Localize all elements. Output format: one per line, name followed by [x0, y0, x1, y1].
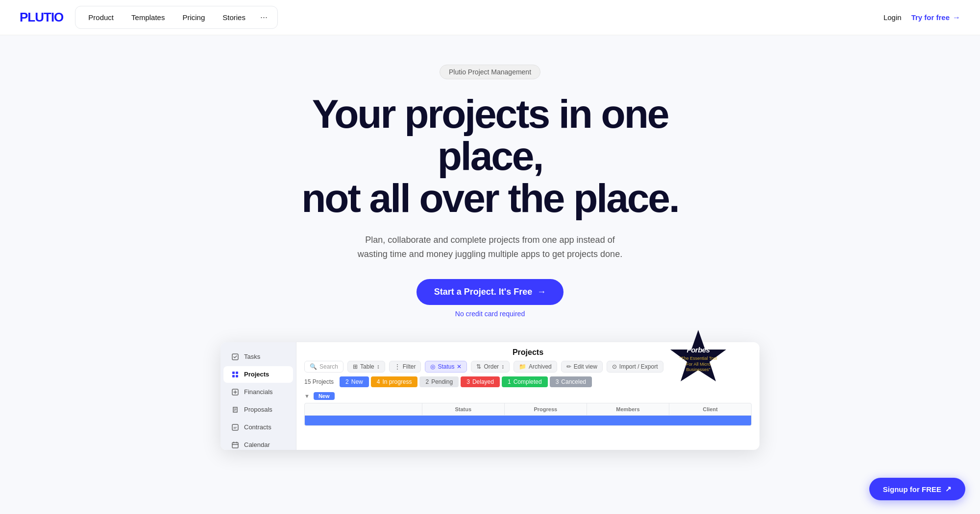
sidebar: Tasks Projects Financials — [220, 342, 296, 450]
search-input[interactable]: 🔍 Search — [304, 361, 343, 373]
svg-rect-2 — [232, 372, 235, 374]
app-preview: Forbes "The Essential Tool For All Micro… — [220, 342, 760, 450]
pill-delayed[interactable]: 3 Delayed — [461, 376, 500, 387]
sidebar-item-financials[interactable]: Financials — [223, 384, 293, 400]
financials-icon — [231, 388, 239, 396]
sidebar-item-contracts[interactable]: Contracts — [223, 419, 293, 436]
th-status: Status — [422, 403, 504, 415]
calendar-icon — [231, 441, 239, 449]
cta-note: No credit card required — [455, 310, 525, 318]
import-icon: ⊙ — [612, 363, 617, 370]
svg-rect-3 — [236, 372, 238, 374]
table-row-task — [305, 416, 751, 425]
login-button[interactable]: Login — [883, 13, 902, 22]
nav-more[interactable]: ··· — [255, 9, 272, 25]
signup-button[interactable]: Signup for FREE ↗ — [869, 478, 965, 500]
sidebar-item-calendar[interactable]: Calendar — [223, 437, 293, 450]
navbar-right: Login Try for free → — [883, 13, 960, 22]
search-icon: 🔍 — [310, 363, 317, 370]
sidebar-item-tasks[interactable]: Tasks — [223, 349, 293, 365]
forbes-quote: "The Essential Tool For All Micro Busine… — [676, 356, 720, 373]
status-icon: ◎ — [430, 363, 435, 370]
order-button[interactable]: ⇅ Order ↕ — [471, 361, 510, 373]
table-icon: ⊞ — [353, 363, 358, 370]
th-members: Members — [587, 403, 669, 415]
sidebar-tasks-label: Tasks — [244, 353, 260, 360]
th-client: Client — [669, 403, 751, 415]
pill-new[interactable]: 2 New — [340, 376, 369, 387]
sidebar-contracts-label: Contracts — [244, 423, 271, 431]
nav-templates[interactable]: Templates — [123, 10, 172, 24]
nav-product[interactable]: Product — [80, 10, 122, 24]
th-task — [305, 403, 422, 415]
sidebar-projects-label: Projects — [244, 371, 269, 378]
hero-subtitle: Plan, collaborate and complete projects … — [353, 233, 627, 261]
hero-section: Plutio Project Management Your projects … — [0, 35, 980, 465]
table-button[interactable]: ⊞ Table ↕ — [347, 361, 385, 373]
cta-wrap: Start a Project. It's Free → No credit c… — [10, 279, 970, 318]
logo-text: PLUTIO — [20, 10, 63, 24]
sidebar-calendar-label: Calendar — [244, 441, 270, 448]
logo[interactable]: PLUTIO — [20, 10, 63, 25]
close-icon: ✕ — [457, 363, 462, 370]
archived-icon: 📁 — [519, 363, 526, 370]
navbar-left: PLUTIO Product Templates Pricing Stories… — [20, 6, 278, 29]
new-section: ▼ New — [304, 392, 752, 400]
table-row[interactable] — [304, 416, 752, 426]
hero-title: Your projects in one place, not all over… — [255, 93, 725, 219]
status-pills: 2 New 4 In progress 2 Pending 3 — [340, 376, 592, 387]
table-area: ▼ New Status Progress Members Client — [296, 390, 760, 428]
chevron-down-icon[interactable]: ▼ — [304, 393, 310, 399]
cta-button[interactable]: Start a Project. It's Free → — [416, 279, 564, 305]
forbes-name: Forbes — [686, 346, 710, 354]
nav-pricing[interactable]: Pricing — [174, 10, 213, 24]
th-progress: Progress — [504, 403, 587, 415]
sidebar-item-proposals[interactable]: Proposals — [223, 401, 293, 418]
svg-rect-4 — [232, 375, 235, 377]
forbes-badge: Forbes "The Essential Tool For All Micro… — [666, 327, 730, 391]
sidebar-item-projects[interactable]: Projects — [223, 366, 293, 383]
new-badge: New — [314, 392, 335, 400]
sidebar-financials-label: Financials — [244, 388, 273, 396]
pill-canceled[interactable]: 3 Canceled — [550, 376, 592, 387]
order-icon: ⇅ — [476, 363, 481, 370]
hero-badge: Plutio Project Management — [440, 65, 540, 79]
pill-completed[interactable]: 1 Completed — [502, 376, 548, 387]
nav-links: Product Templates Pricing Stories ··· — [75, 6, 278, 29]
archived-button[interactable]: 📁 Archived — [514, 361, 557, 373]
sidebar-proposals-label: Proposals — [244, 406, 272, 413]
navbar: PLUTIO Product Templates Pricing Stories… — [0, 0, 980, 35]
tasks-icon — [231, 353, 239, 361]
svg-rect-5 — [236, 375, 238, 377]
try-free-button[interactable]: Try for free → — [911, 13, 960, 22]
try-free-arrow: → — [953, 13, 960, 22]
pill-inprogress[interactable]: 4 In progress — [371, 376, 418, 387]
table-header: Status Progress Members Client — [304, 403, 752, 416]
edit-view-button[interactable]: ✏ Edit view — [561, 361, 603, 373]
contracts-icon — [231, 423, 239, 431]
pill-pending[interactable]: 2 Pending — [419, 376, 459, 387]
project-count: 15 Projects — [304, 378, 334, 385]
edit-icon: ✏ — [566, 363, 571, 370]
status-button[interactable]: ◎ Status ✕ — [425, 361, 467, 373]
filter-button[interactable]: ⋮ Filter — [389, 361, 421, 373]
import-export-button[interactable]: ⊙ Import / Export — [607, 361, 663, 373]
svg-rect-8 — [232, 443, 238, 448]
projects-icon — [231, 371, 239, 378]
nav-stories[interactable]: Stories — [215, 10, 253, 24]
filter-icon: ⋮ — [394, 363, 400, 370]
proposals-icon — [231, 406, 239, 414]
